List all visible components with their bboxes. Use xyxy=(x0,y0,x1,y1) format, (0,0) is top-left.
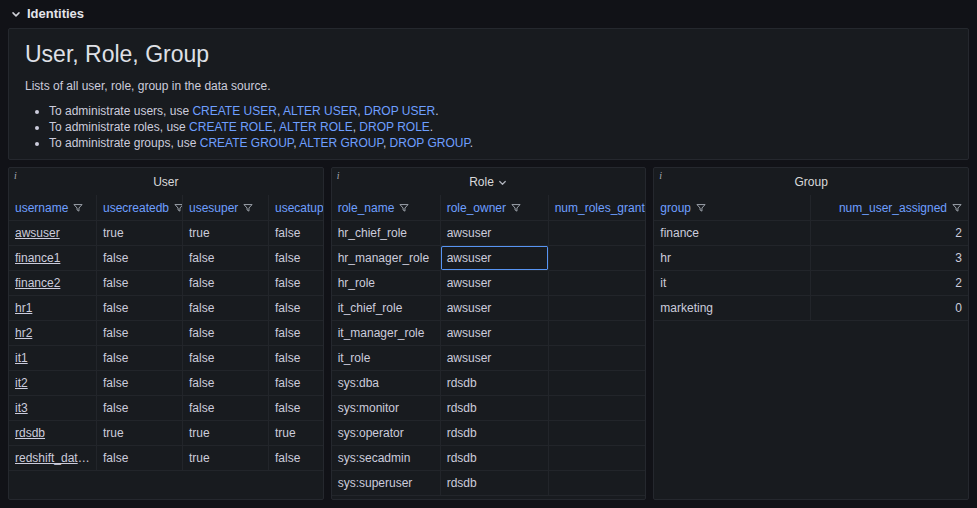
column-label: role_name xyxy=(338,201,395,215)
table-cell xyxy=(549,246,646,271)
table-cell xyxy=(549,421,646,446)
column-header-num_user_assigned[interactable]: num_user_assigned xyxy=(811,195,968,221)
column-header-usesuper[interactable]: usesuper xyxy=(183,195,269,221)
table-cell[interactable]: hr1 xyxy=(9,296,97,321)
panel-header-group[interactable]: Group xyxy=(654,168,968,195)
column-header-num_roles_granted[interactable]: num_roles_granted xyxy=(549,195,646,221)
sql-command-link[interactable]: DROP GROUP xyxy=(390,136,470,150)
panel-header-user[interactable]: User xyxy=(9,168,323,195)
table-row: hr_roleawsuser xyxy=(332,271,646,296)
table-cell: hr_role xyxy=(332,271,441,296)
filter-icon[interactable] xyxy=(696,203,706,213)
table-cell: false xyxy=(183,346,269,371)
filter-icon[interactable] xyxy=(73,203,83,213)
table-cell[interactable]: it3 xyxy=(9,396,97,421)
cell-link[interactable]: it3 xyxy=(15,401,28,415)
table-cell: it_role xyxy=(332,346,441,371)
column-label: usesuper xyxy=(189,201,238,215)
table-cell: hr xyxy=(654,246,811,271)
table-cell xyxy=(549,471,646,496)
table-cell[interactable]: hr2 xyxy=(9,321,97,346)
bullet-item: To administrate users, use CREATE USER, … xyxy=(49,103,952,119)
column-header-usecreatedb[interactable]: usecreatedb xyxy=(97,195,183,221)
column-header-group[interactable]: group xyxy=(654,195,811,221)
table-cell[interactable]: redshift_data_... xyxy=(9,446,97,471)
sql-command-link[interactable]: CREATE ROLE xyxy=(189,120,273,134)
table-cell[interactable]: it2 xyxy=(9,371,97,396)
sql-command-link[interactable]: ALTER GROUP xyxy=(299,136,383,150)
table-cell[interactable]: awsuser xyxy=(9,221,97,246)
table-row: sys:superuserrdsdb xyxy=(332,471,646,496)
table-cell: 2 xyxy=(811,271,968,296)
table-cell xyxy=(549,371,646,396)
table-cell: false xyxy=(97,321,183,346)
info-icon[interactable]: i xyxy=(659,170,662,181)
column-header-username[interactable]: username xyxy=(9,195,97,221)
table-cell[interactable]: rdsdb xyxy=(9,421,97,446)
filter-icon[interactable] xyxy=(511,203,521,213)
bullet-separator: . xyxy=(470,136,473,150)
row-title: Identities xyxy=(27,6,84,21)
cell-link[interactable]: finance2 xyxy=(15,276,60,290)
table-cell: false xyxy=(97,446,183,471)
table-cell: true xyxy=(97,421,183,446)
column-label: role_owner xyxy=(447,201,506,215)
filter-icon[interactable] xyxy=(952,203,962,213)
selected-cell[interactable]: awsuser xyxy=(441,246,549,271)
column-label: usecreatedb xyxy=(103,201,169,215)
column-label: num_user_assigned xyxy=(839,201,947,215)
table-cell: false xyxy=(269,221,323,246)
cell-link[interactable]: hr1 xyxy=(15,301,32,315)
table-cell: false xyxy=(183,371,269,396)
cell-link[interactable]: it2 xyxy=(15,376,28,390)
table-cell: false xyxy=(269,446,323,471)
table-cell: awsuser xyxy=(441,296,549,321)
cell-link[interactable]: finance1 xyxy=(15,251,60,265)
table-cell: sys:monitor xyxy=(332,396,441,421)
table-cell[interactable]: finance1 xyxy=(9,246,97,271)
table-cell: 3 xyxy=(811,246,968,271)
table-row: hr1falsefalsefalse xyxy=(9,296,323,321)
cell-link[interactable]: redshift_data_... xyxy=(15,451,97,465)
column-header-usecatupd[interactable]: usecatupd xyxy=(269,195,323,221)
info-icon[interactable]: i xyxy=(337,170,340,181)
info-icon[interactable]: i xyxy=(14,170,17,181)
table-cell: false xyxy=(269,271,323,296)
table-cell: false xyxy=(183,321,269,346)
table-row: marketing0 xyxy=(654,296,968,321)
bullet-item: To administrate groups, use CREATE GROUP… xyxy=(49,135,952,151)
table-row: hr3 xyxy=(654,246,968,271)
table-cell xyxy=(549,221,646,246)
filter-icon[interactable] xyxy=(399,203,409,213)
table-cell: awsuser xyxy=(441,346,549,371)
table-row: it_roleawsuser xyxy=(332,346,646,371)
cell-link[interactable]: it1 xyxy=(15,351,28,365)
sql-command-link[interactable]: DROP USER xyxy=(364,104,435,118)
table-row: hr_manager_roleawsuser xyxy=(332,246,646,271)
table-row: finance2falsefalsefalse xyxy=(9,271,323,296)
table-cell: sys:dba xyxy=(332,371,441,396)
table-cell: false xyxy=(97,396,183,421)
cell-link[interactable]: hr2 xyxy=(15,326,32,340)
table-row: awsusertruetruefalse xyxy=(9,221,323,246)
sql-command-link[interactable]: CREATE GROUP xyxy=(200,136,294,150)
table-cell[interactable]: it1 xyxy=(9,346,97,371)
column-header-role_name[interactable]: role_name xyxy=(332,195,441,221)
cell-link[interactable]: rdsdb xyxy=(15,426,45,440)
sql-command-link[interactable]: CREATE USER xyxy=(192,104,276,118)
table-cell: false xyxy=(97,246,183,271)
sql-command-link[interactable]: ALTER ROLE xyxy=(279,120,353,134)
cell-link[interactable]: awsuser xyxy=(15,226,60,240)
filter-icon[interactable] xyxy=(174,203,183,213)
column-header-role_owner[interactable]: role_owner xyxy=(441,195,549,221)
table-body: awsusertruetruefalsefinance1falsefalsefa… xyxy=(9,221,323,471)
sql-command-link[interactable]: DROP ROLE xyxy=(359,120,429,134)
text-panel: User, Role, Group Lists of all user, rol… xyxy=(8,28,969,160)
table-cell: rdsdb xyxy=(441,396,549,421)
table-cell[interactable]: finance2 xyxy=(9,271,97,296)
dashboard-row-header-identities[interactable]: Identities xyxy=(0,0,977,25)
sql-command-link[interactable]: ALTER USER xyxy=(283,104,357,118)
table-cell: it_chief_role xyxy=(332,296,441,321)
panel-header-role[interactable]: Role xyxy=(332,168,646,195)
filter-icon[interactable] xyxy=(243,203,253,213)
